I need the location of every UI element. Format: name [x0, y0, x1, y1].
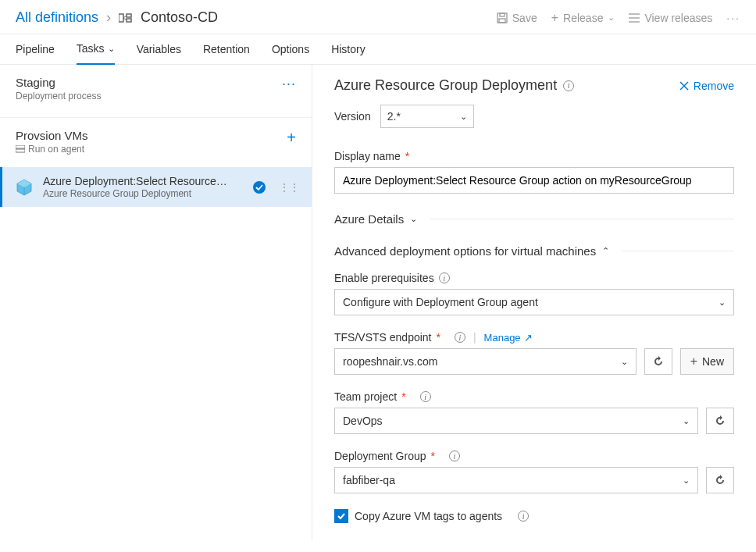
refresh-icon [714, 474, 726, 486]
close-icon [679, 81, 689, 91]
azure-cube-icon [13, 176, 35, 198]
task-title: Azure Deployment:Select Resource… [43, 175, 244, 187]
stage-subtitle: Deployment process [16, 91, 101, 101]
new-endpoint-button[interactable]: + New [680, 348, 734, 375]
display-name-label: Display name [334, 150, 401, 162]
plus-icon: + [690, 354, 697, 369]
page-title: Contoso-CD [141, 9, 218, 26]
endpoint-label: TFS/VSTS endpoint [334, 331, 432, 344]
checkmark-icon [337, 511, 346, 521]
manage-link[interactable]: Manage ↗ [484, 332, 533, 344]
svg-rect-11 [16, 145, 25, 148]
prerequisites-label: Enable prerequisites [334, 272, 434, 284]
agent-phase-row[interactable]: Provsion VMs Run on agent + [0, 117, 312, 164]
svg-rect-2 [127, 19, 131, 22]
team-project-label: Team project [334, 390, 397, 403]
svg-rect-0 [119, 14, 123, 22]
tab-options[interactable]: Options [272, 34, 309, 64]
chevron-up-icon: ⌃ [602, 246, 609, 256]
release-button[interactable]: + Release ⌄ [551, 11, 615, 25]
required-asterisk: * [405, 150, 409, 162]
view-releases-button[interactable]: View releases [629, 12, 712, 24]
section-azure-details[interactable]: Azure Details ⌄ [334, 212, 734, 226]
svg-point-16 [253, 181, 266, 194]
deployment-group-select[interactable]: fabfiber-qa ⌄ [334, 467, 698, 493]
remove-button[interactable]: Remove [679, 80, 734, 92]
chevron-down-icon: ⌄ [719, 297, 726, 308]
tab-retention[interactable]: Retention [203, 34, 250, 64]
chevron-down-icon: ⌄ [108, 44, 115, 54]
required-asterisk: * [401, 390, 405, 403]
stage-header[interactable]: Staging Deployment process ··· [0, 65, 312, 111]
chevron-down-icon: ⌄ [410, 214, 417, 224]
required-asterisk: * [437, 331, 440, 344]
svg-rect-7 [499, 19, 505, 23]
info-icon[interactable]: i [449, 451, 460, 461]
chevron-down-icon: ⌄ [621, 357, 628, 367]
chevron-down-icon: ⌄ [683, 416, 690, 426]
refresh-icon [652, 355, 665, 368]
breadcrumb-root-link[interactable]: All definitions [16, 9, 98, 26]
refresh-team-project-button[interactable] [706, 408, 734, 434]
info-icon[interactable]: i [563, 80, 574, 91]
tab-pipeline[interactable]: Pipeline [16, 34, 55, 64]
breadcrumb: All definitions › Contoso-CD [16, 9, 218, 26]
chevron-right-icon: › [106, 9, 111, 26]
svg-rect-6 [500, 13, 505, 16]
tab-history[interactable]: History [331, 34, 366, 64]
info-icon[interactable]: i [439, 272, 450, 283]
tab-tasks[interactable]: Tasks ⌄ [77, 34, 115, 65]
stage-more-button[interactable]: ··· [282, 76, 296, 92]
stage-title: Staging [16, 76, 101, 89]
external-link-icon: ↗ [524, 332, 533, 344]
section-advanced-deployment[interactable]: Advanced deployment options for virtual … [334, 244, 734, 258]
info-icon[interactable]: i [518, 511, 529, 522]
svg-rect-12 [16, 149, 25, 152]
deployment-group-label: Deployment Group [334, 450, 426, 462]
chevron-down-icon: ⌄ [608, 12, 615, 23]
tab-variables[interactable]: Variables [137, 34, 181, 64]
refresh-deployment-group-button[interactable] [706, 467, 734, 493]
team-project-select[interactable]: DevOps ⌄ [334, 408, 698, 434]
svg-rect-1 [127, 14, 131, 17]
refresh-endpoint-button[interactable] [644, 348, 672, 375]
agent-subtitle: Run on agent [16, 144, 88, 155]
save-button[interactable]: Save [497, 12, 537, 24]
drag-handle-icon[interactable]: ⋮⋮ [279, 181, 299, 194]
required-asterisk: * [431, 450, 435, 462]
info-icon[interactable]: i [420, 391, 431, 402]
prerequisites-select[interactable]: Configure with Deployment Group agent ⌄ [334, 289, 734, 315]
version-select[interactable]: 2.* ⌄ [380, 105, 474, 128]
chevron-down-icon: ⌄ [460, 112, 467, 122]
chevron-down-icon: ⌄ [683, 475, 690, 486]
refresh-icon [714, 415, 726, 427]
task-item-azure-deployment[interactable]: Azure Deployment:Select Resource… Azure … [0, 167, 312, 207]
copy-tags-checkbox[interactable] [334, 509, 348, 523]
more-actions-button[interactable]: ··· [726, 12, 740, 24]
display-name-input[interactable] [334, 167, 734, 194]
plus-icon: + [551, 11, 558, 25]
copy-tags-label: Copy Azure VM tags to agents [355, 510, 502, 522]
info-icon[interactable]: i [455, 332, 465, 343]
panel-title: Azure Resource Group Deployment i [334, 77, 574, 94]
add-task-button[interactable]: + [287, 129, 296, 147]
server-icon [16, 145, 25, 153]
check-circle-icon [252, 180, 266, 194]
version-label: Version [334, 110, 371, 123]
endpoint-select[interactable]: roopeshnair.vs.com ⌄ [334, 348, 637, 375]
agent-title: Provsion VMs [16, 129, 88, 142]
task-subtitle: Azure Resource Group Deployment [43, 188, 244, 199]
release-definition-icon [119, 11, 133, 25]
